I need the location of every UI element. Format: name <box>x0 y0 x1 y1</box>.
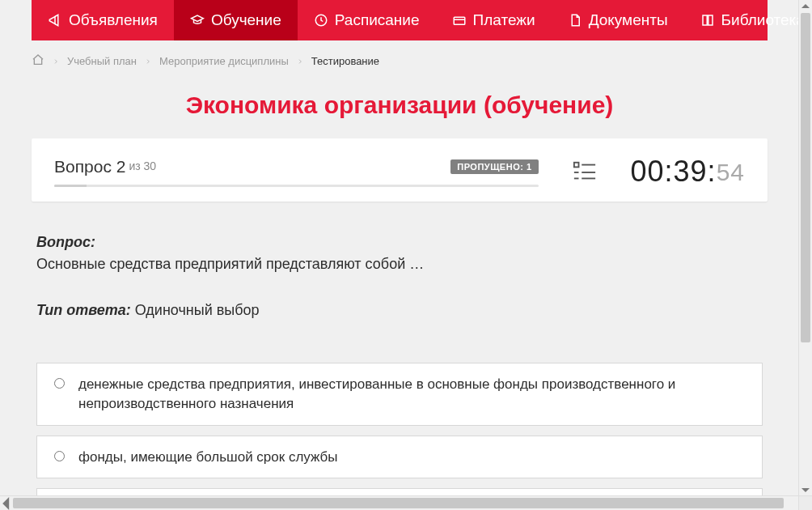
vertical-scroll-track[interactable] <box>799 13 812 483</box>
chevron-right-icon <box>297 57 303 66</box>
scroll-down-button[interactable] <box>799 483 812 496</box>
timer-seconds: 54 <box>717 159 745 186</box>
svg-rect-1 <box>454 17 465 24</box>
nav-announcements[interactable]: Объявления <box>32 0 174 40</box>
skipped-badge: ПРОПУЩЕНО: 1 <box>450 159 538 174</box>
question-label: Вопрос: <box>36 234 763 251</box>
answer-option[interactable]: денежные средства предприятия, инвестиро… <box>36 363 763 426</box>
option-radio[interactable] <box>54 378 65 389</box>
nav-documents[interactable]: Документы <box>552 0 684 40</box>
horizontal-scroll-track[interactable] <box>13 496 799 510</box>
question-status-card: Вопрос 2 из 30 ПРОПУЩЕНО: 1 <box>32 138 768 202</box>
question-number-label: Вопрос 2 <box>54 157 125 176</box>
progress-fill <box>54 185 87 187</box>
nav-schedule[interactable]: Расписание <box>298 0 436 40</box>
question-total-label: из 30 <box>129 159 156 172</box>
nav-learning[interactable]: Обучение <box>174 0 298 40</box>
answer-type: Тип ответа: Одиночный выбор <box>36 302 763 319</box>
megaphone-icon <box>48 13 62 28</box>
horizontal-scroll-thumb[interactable] <box>13 498 784 508</box>
nav-library[interactable]: Библиотека <box>684 0 799 40</box>
answer-options: денежные средства предприятия, инвестиро… <box>36 363 763 496</box>
course-title: Экономика организации (обучение) <box>32 91 768 119</box>
chevron-right-icon <box>53 57 59 66</box>
scroll-left-button[interactable] <box>0 496 13 510</box>
progress-bar <box>54 185 539 187</box>
payment-icon <box>452 13 467 28</box>
nav-label: Документы <box>589 11 668 29</box>
chevron-right-icon <box>145 57 151 66</box>
vertical-scrollbar[interactable] <box>798 0 812 496</box>
horizontal-scrollbar[interactable] <box>0 495 812 510</box>
answer-type-label: Тип ответа: <box>36 302 131 318</box>
nav-payments[interactable]: Платежи <box>436 0 552 40</box>
question-list-button[interactable] <box>571 158 598 185</box>
breadcrumb-current: Тестирование <box>311 55 379 67</box>
grad-cap-icon <box>190 13 205 28</box>
content-scroll-area: Объявления Обучение Расписание <box>0 0 799 496</box>
top-navigation: Объявления Обучение Расписание <box>32 0 768 40</box>
vertical-scroll-thumb[interactable] <box>801 13 810 342</box>
breadcrumb-link-discipline[interactable]: Мероприятие дисциплины <box>159 55 289 67</box>
breadcrumb: Учебный план Мероприятие дисциплины Тест… <box>32 40 768 77</box>
book-icon <box>700 13 715 28</box>
scrollbar-corner <box>798 495 812 510</box>
home-icon[interactable] <box>32 53 44 69</box>
timer: 00:39:54 <box>631 155 745 189</box>
scroll-up-button[interactable] <box>799 0 812 13</box>
answer-option[interactable]: фонды, имеющие большой срок службы <box>36 436 763 479</box>
svg-rect-2 <box>573 163 578 168</box>
nav-label: Расписание <box>335 11 420 29</box>
option-text: денежные средства предприятия, инвестиро… <box>78 375 747 414</box>
answer-type-value: Одиночный выбор <box>135 302 260 318</box>
option-text: фонды, имеющие большой срок службы <box>78 448 338 467</box>
breadcrumb-link-plan[interactable]: Учебный план <box>67 55 137 67</box>
timer-main: 00:39: <box>631 155 717 189</box>
question-text: Основные средства предприятий представля… <box>36 256 763 273</box>
nav-label: Библиотека <box>721 11 799 29</box>
document-icon <box>568 13 582 28</box>
clock-icon <box>314 13 328 28</box>
option-radio[interactable] <box>54 451 65 461</box>
nav-label: Объявления <box>69 11 158 29</box>
nav-label: Платежи <box>473 11 535 29</box>
nav-label: Обучение <box>211 11 281 29</box>
